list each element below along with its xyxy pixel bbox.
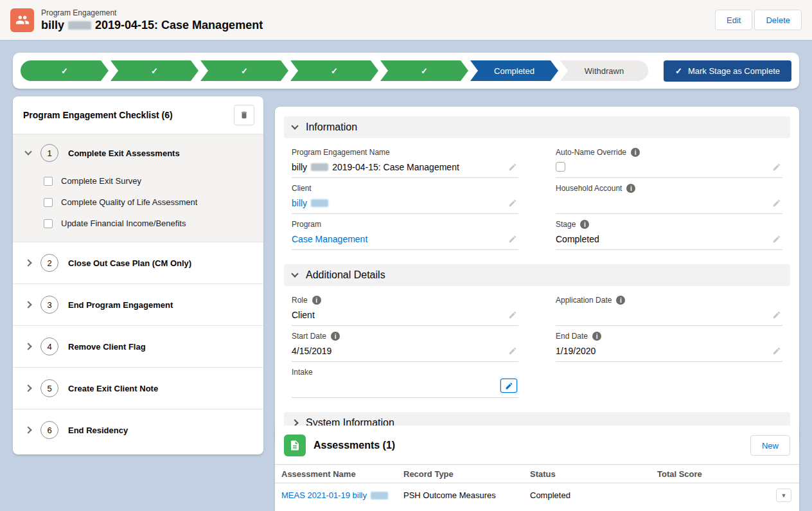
- assessment-name: MEAS 2021-01-19 billy: [281, 490, 367, 500]
- path-stage-complete-2[interactable]: ✓: [110, 60, 199, 81]
- path-stage-complete-3[interactable]: ✓: [200, 60, 288, 81]
- edit-field-icon[interactable]: [508, 163, 517, 172]
- subtask-checkbox[interactable]: [44, 219, 53, 228]
- chevron-down-icon: [291, 270, 298, 277]
- column-header[interactable]: Status: [526, 469, 653, 479]
- checklist-item-number: 2: [40, 254, 58, 272]
- field-label: Application Date: [556, 296, 612, 305]
- field-value: [556, 197, 766, 209]
- checklist-panel: Program Engagement Checklist (6) 1 Compl…: [13, 96, 263, 454]
- redacted-name: [311, 163, 328, 171]
- section-title: Information: [306, 121, 357, 133]
- program-engagement-object-icon: [10, 8, 34, 32]
- chevron-right-icon: [24, 384, 31, 391]
- field-role: Role i Client: [292, 290, 518, 326]
- edit-field-icon[interactable]: [772, 346, 781, 355]
- edit-button[interactable]: Edit: [715, 10, 752, 30]
- checklist-item-5[interactable]: 5 Create Exit Client Note: [13, 367, 263, 409]
- record-header: Program Engagement billy 2019-04-15: Cas…: [0, 0, 812, 40]
- edit-field-icon[interactable]: [508, 235, 517, 244]
- edit-field-icon[interactable]: [508, 199, 517, 208]
- assessments-table-header: Assessment Name Record Type Status Total…: [275, 464, 799, 483]
- app: Program Engagement billy 2019-04-15: Cas…: [0, 0, 812, 511]
- field-label: Household Account: [556, 184, 622, 193]
- field-client: Client billy: [292, 178, 518, 214]
- checklist-item-1-toggle[interactable]: 1 Complete Exit Assessments: [13, 134, 263, 170]
- info-icon[interactable]: i: [331, 332, 340, 341]
- field-label: Start Date: [292, 332, 326, 341]
- delete-checklist-button[interactable]: [234, 105, 254, 125]
- redacted-name: [311, 199, 328, 207]
- auto-name-override-checkbox[interactable]: [556, 162, 565, 172]
- assessment-status: Completed: [526, 490, 653, 500]
- document-icon: [289, 440, 301, 451]
- checklist-item-6[interactable]: 6 End Residency: [13, 409, 263, 451]
- check-icon: ✓: [421, 66, 428, 76]
- assessment-link[interactable]: MEAS 2021-01-19 billy: [281, 490, 392, 500]
- edit-field-icon[interactable]: [772, 163, 781, 172]
- checklist-item-label: Create Exit Client Note: [68, 384, 158, 393]
- check-icon: ✓: [241, 66, 248, 76]
- trash-icon: [240, 111, 249, 120]
- field-value: 4/15/2019: [292, 345, 502, 357]
- subtask-label: Complete Quality of Life Assessment: [61, 197, 197, 207]
- column-header[interactable]: Record Type: [400, 469, 526, 479]
- field-label: Program Engagement Name: [292, 148, 390, 157]
- section-information[interactable]: Information: [284, 116, 790, 138]
- checklist-item-4[interactable]: 4 Remove Client Flag: [13, 325, 263, 367]
- info-icon[interactable]: i: [616, 296, 625, 305]
- checklist-subtask: Complete Quality of Life Assessment: [13, 192, 263, 213]
- checklist-item-label: End Program Engagement: [68, 300, 173, 310]
- edit-field-icon[interactable]: [772, 199, 781, 208]
- new-assessment-button[interactable]: New: [750, 435, 790, 456]
- row-actions-dropdown[interactable]: ▼: [776, 489, 791, 502]
- column-header[interactable]: Assessment Name: [278, 469, 400, 479]
- checklist-item-3[interactable]: 3 End Program Engagement: [13, 283, 263, 325]
- checklist-item-number: 6: [40, 421, 58, 439]
- client-link[interactable]: billy: [292, 198, 332, 208]
- object-label: Program Engagement: [41, 8, 263, 17]
- title-suffix: 2019-04-15: Case Management: [95, 19, 263, 32]
- subtask-checkbox[interactable]: [44, 198, 53, 207]
- path-stage-completed[interactable]: Completed: [470, 60, 558, 81]
- program-link[interactable]: Case Management: [292, 234, 367, 244]
- value-suffix: 2019-04-15: Case Management: [332, 162, 459, 172]
- delete-button[interactable]: Delete: [754, 10, 802, 30]
- path-stage-complete-1[interactable]: ✓: [21, 60, 109, 81]
- field-start-date: Start Date i 4/15/2019: [292, 326, 518, 362]
- redacted-name: [68, 21, 91, 30]
- checklist-item-2[interactable]: 2 Close Out Case Plan (CM Only): [13, 242, 263, 283]
- info-icon[interactable]: i: [631, 148, 640, 157]
- edit-field-icon[interactable]: [772, 310, 781, 319]
- chevron-right-icon: [24, 259, 31, 266]
- info-icon[interactable]: i: [592, 332, 601, 341]
- subtask-label: Complete Exit Survey: [61, 176, 141, 186]
- checklist-item-number: 1: [40, 144, 58, 162]
- check-icon: ✓: [331, 66, 338, 76]
- mark-stage-complete-button[interactable]: ✓ Mark Stage as Complete: [664, 60, 791, 82]
- client-name: billy: [292, 198, 307, 208]
- mark-stage-complete-label: Mark Stage as Complete: [688, 66, 780, 76]
- field-value: [292, 381, 502, 393]
- checklist-item-number: 4: [40, 337, 58, 355]
- section-additional-details[interactable]: Additional Details: [284, 264, 790, 286]
- checklist-item-1: 1 Complete Exit Assessments Complete Exi…: [13, 134, 263, 242]
- check-icon: ✓: [61, 66, 68, 76]
- path-stage-complete-5[interactable]: ✓: [380, 60, 468, 81]
- edit-field-icon[interactable]: [508, 310, 517, 319]
- path-stage-withdrawn[interactable]: Withdrawn: [560, 60, 648, 81]
- info-icon[interactable]: i: [580, 220, 589, 229]
- edit-field-icon[interactable]: [508, 346, 517, 355]
- edit-field-icon[interactable]: [772, 235, 781, 244]
- page-title: billy 2019-04-15: Case Management: [41, 19, 263, 32]
- assessment-record-type: PSH Outcome Measures: [400, 490, 526, 500]
- subtask-checkbox[interactable]: [44, 177, 53, 186]
- intake-edit-button[interactable]: [500, 379, 517, 393]
- checklist-item-label: End Residency: [68, 426, 128, 435]
- info-icon[interactable]: i: [312, 296, 321, 305]
- column-header[interactable]: Total Score: [653, 469, 756, 479]
- info-icon[interactable]: i: [626, 184, 635, 193]
- field-intake: Intake: [292, 362, 518, 398]
- path-stage-complete-4[interactable]: ✓: [290, 60, 378, 81]
- field-label: End Date: [556, 332, 588, 341]
